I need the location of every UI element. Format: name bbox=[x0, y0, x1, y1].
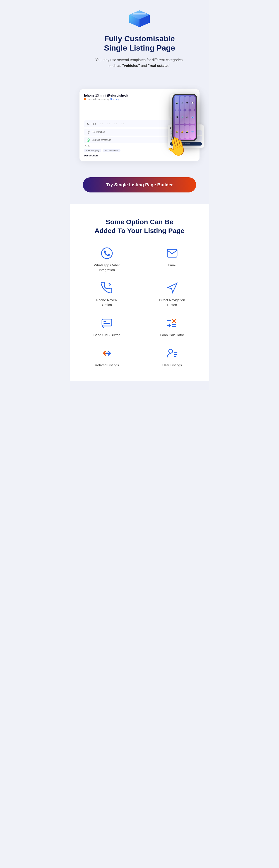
tag-free-shipping: Free Shipping bbox=[84, 149, 101, 152]
chat-whatsapp-label: Chat via WhatsApp bbox=[92, 139, 111, 141]
phone-mockup: 📷 🎵 🗺 💬 📱 ⚙️ 🎮 📧 🏠 🔔 📸 🌐 🤚 bbox=[168, 94, 202, 150]
sms-label: Send SMS Button bbox=[93, 333, 120, 337]
email-icon bbox=[165, 246, 179, 260]
user-listings-icon bbox=[165, 346, 179, 360]
svg-rect-8 bbox=[167, 249, 177, 257]
hero-title: Fully CustomisableSingle Listing Page bbox=[76, 34, 203, 53]
email-label: Email bbox=[168, 263, 176, 268]
phone-reveal-label: Phone RevealOption bbox=[96, 298, 117, 307]
direction-icon bbox=[87, 131, 90, 134]
phone-prefix: +3.8 bbox=[91, 123, 96, 125]
mockup-section: Iphone 13 mini (Refurbished) Greenville,… bbox=[70, 89, 209, 175]
feature-related-listings: Related Listings bbox=[76, 346, 137, 368]
cta-button[interactable]: Try Single Listing Page Builder bbox=[83, 177, 196, 192]
hero-subtitle: You may use several templates for differ… bbox=[92, 57, 187, 69]
see-map-link[interactable]: See map bbox=[110, 98, 119, 100]
listing-title: Iphone 13 mini (Refurbished) bbox=[84, 94, 128, 97]
user-listings-label: User Listings bbox=[162, 363, 182, 368]
navigation-icon bbox=[165, 281, 179, 295]
phone-icon: 📞 bbox=[87, 123, 90, 125]
features-title: Some Option Can BeAdded To Your Listing … bbox=[76, 217, 203, 235]
hero-icon bbox=[128, 9, 151, 27]
feature-user-listings: User Listings bbox=[142, 346, 203, 368]
features-grid: Whatsapp / ViberIntegration Email Pho bbox=[76, 246, 203, 368]
whatsapp-icon bbox=[87, 138, 90, 142]
listing-card: Iphone 13 mini (Refurbished) Greenville,… bbox=[79, 89, 200, 161]
svg-point-7 bbox=[101, 248, 112, 259]
listing-location: Greenville, Jersey City See map bbox=[84, 98, 128, 100]
get-direction-label: Get Direction bbox=[92, 131, 105, 133]
whatsapp-viber-icon bbox=[100, 246, 114, 260]
sms-icon bbox=[100, 316, 114, 330]
related-listings-label: Related Listings bbox=[95, 363, 119, 368]
cta-section: Try Single Listing Page Builder bbox=[70, 175, 209, 204]
feature-email: Email bbox=[142, 246, 203, 272]
feature-sms: Send SMS Button bbox=[76, 316, 137, 337]
feature-calculator: Loan Calculator bbox=[142, 316, 203, 337]
phone-reveal-icon bbox=[100, 281, 114, 295]
calculator-icon bbox=[165, 316, 179, 330]
calculator-label: Loan Calculator bbox=[160, 333, 184, 337]
svg-marker-6 bbox=[87, 131, 90, 133]
feature-whatsapp-viber: Whatsapp / ViberIntegration bbox=[76, 246, 137, 272]
svg-rect-10 bbox=[102, 319, 112, 326]
feature-phone-reveal: Phone RevealOption bbox=[76, 281, 137, 307]
svg-marker-9 bbox=[168, 283, 177, 292]
tag-on-guarantee: On Guarantee bbox=[103, 149, 120, 152]
features-section: Some Option Can BeAdded To Your Listing … bbox=[70, 204, 209, 381]
location-dot-icon bbox=[84, 98, 86, 100]
page-footer bbox=[70, 381, 209, 390]
feature-navigation: Direct NavigationButton bbox=[142, 281, 203, 307]
hero-section: Fully CustomisableSingle Listing Page Yo… bbox=[70, 0, 209, 89]
related-listings-icon bbox=[100, 346, 114, 360]
svg-point-22 bbox=[169, 349, 173, 353]
navigation-label: Direct NavigationButton bbox=[159, 298, 185, 307]
whatsapp-viber-label: Whatsapp / ViberIntegration bbox=[94, 263, 120, 272]
